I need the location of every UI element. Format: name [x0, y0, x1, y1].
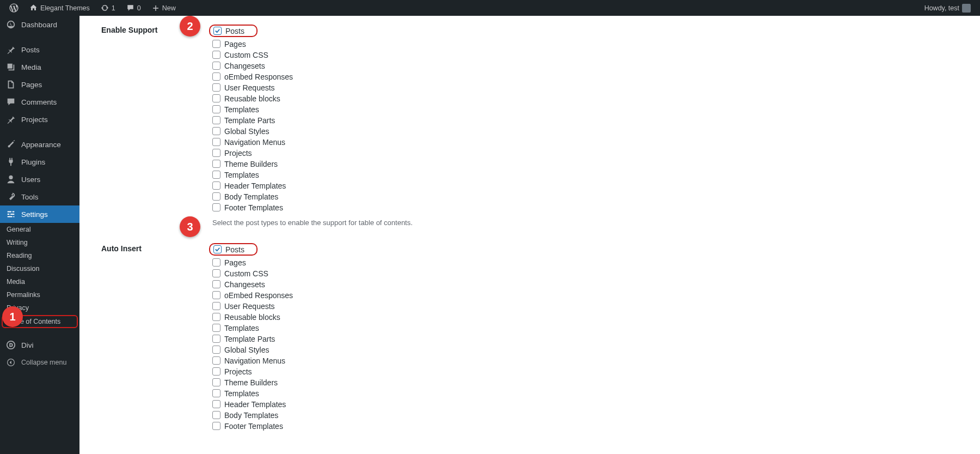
admin-sidebar: Dashboard Posts Media Pages Comments Pro… — [0, 16, 79, 454]
checkbox-header-tmpl[interactable] — [212, 181, 220, 190]
checkbox-footer-tmpl[interactable] — [212, 203, 220, 211]
sidebar-item-comments[interactable]: Comments — [0, 93, 79, 111]
checkbox-posts-ai[interactable] — [213, 245, 222, 253]
cb-label-posts: Posts — [225, 27, 244, 35]
subitem-media[interactable]: Media — [0, 275, 79, 288]
cb-label-body-tmpl: Body Templates — [224, 193, 278, 201]
cb-label-nav-menus-ai: Navigation Menus — [224, 357, 285, 365]
divi-icon — [5, 340, 16, 350]
checkbox-projects-ai[interactable] — [212, 367, 220, 376]
checkbox-reusable-ai[interactable] — [212, 313, 220, 321]
subitem-permalinks[interactable]: Permalinks — [0, 288, 79, 301]
updates-link[interactable]: 1 — [97, 4, 119, 12]
sidebar-item-tools[interactable]: Tools — [0, 188, 79, 205]
collapse-menu[interactable]: Collapse menu — [0, 354, 79, 371]
checkbox-global-styles[interactable] — [212, 127, 220, 135]
dashboard-icon — [5, 20, 16, 29]
avatar — [962, 4, 971, 13]
sidebar-item-divi[interactable]: Divi — [0, 336, 79, 354]
highlight-posts-ai: Posts — [209, 243, 258, 256]
checkbox-templates2[interactable] — [212, 171, 220, 179]
cb-label-projects-ai: Projects — [224, 368, 252, 376]
sidebar-item-dashboard[interactable]: Dashboard — [0, 16, 79, 33]
sidebar-item-posts[interactable]: Posts — [0, 41, 79, 58]
sidebar-label-settings: Settings — [21, 210, 48, 219]
checkbox-pages-ai[interactable] — [212, 258, 220, 267]
enable-support-desc: Select the post types to enable the supp… — [212, 219, 958, 227]
checkbox-changesets[interactable] — [212, 62, 220, 70]
checkbox-global-styles-ai[interactable] — [212, 346, 220, 354]
cb-label-user-requests-ai: User Requests — [224, 302, 275, 310]
sidebar-label-pages: Pages — [21, 81, 42, 89]
comments-link[interactable]: 0 — [122, 4, 145, 12]
checkbox-projects[interactable] — [212, 149, 220, 157]
new-link[interactable]: New — [148, 4, 180, 12]
sidebar-label-appearance: Appearance — [21, 141, 61, 149]
checkbox-template-parts-ai[interactable] — [212, 335, 220, 343]
site-name: Elegant Themes — [40, 4, 90, 12]
checkbox-theme-builders[interactable] — [212, 160, 220, 168]
cb-label-global-styles-ai: Global Styles — [224, 346, 269, 354]
cb-label-changesets: Changesets — [224, 62, 265, 70]
checkbox-oembed-ai[interactable] — [212, 291, 220, 299]
topbar-left: Elegant Themes 1 0 New — [5, 3, 180, 13]
checkbox-custom-css[interactable] — [212, 51, 220, 59]
cb-label-user-requests: User Requests — [224, 84, 275, 92]
checkbox-reusable[interactable] — [212, 94, 220, 102]
cb-label-projects: Projects — [224, 149, 252, 157]
sidebar-item-users[interactable]: Users — [0, 171, 79, 188]
checkbox-nav-menus-ai[interactable] — [212, 356, 220, 365]
checkbox-custom-css-ai[interactable] — [212, 269, 220, 277]
plus-icon — [152, 4, 160, 12]
subitem-writing[interactable]: Writing — [0, 236, 79, 249]
new-label: New — [162, 4, 176, 12]
wordpress-icon — [9, 3, 19, 13]
sidebar-label-tools: Tools — [21, 193, 39, 201]
enable-support-body: Posts Pages Custom CSS Changesets oEmbed… — [212, 23, 958, 227]
highlight-posts: Posts — [209, 25, 258, 37]
cb-label-pages: Pages — [224, 40, 246, 48]
cb-label-theme-builders: Theme Builders — [224, 160, 278, 168]
subitem-discussion[interactable]: Discussion — [0, 262, 79, 275]
wrench-icon — [5, 192, 16, 202]
cb-line-posts-ai: Posts — [212, 242, 958, 257]
subitem-general[interactable]: General — [0, 223, 79, 236]
checkbox-templates2-ai[interactable] — [212, 389, 220, 397]
checkbox-header-tmpl-ai[interactable] — [212, 400, 220, 408]
wp-logo[interactable] — [5, 3, 22, 13]
checkbox-changesets-ai[interactable] — [212, 280, 220, 288]
checkbox-templates[interactable] — [212, 105, 220, 113]
site-link[interactable]: Elegant Themes — [26, 4, 94, 12]
cb-label-templates-ai: Templates — [224, 324, 259, 332]
checkbox-nav-menus[interactable] — [212, 138, 220, 146]
sidebar-item-pages[interactable]: Pages — [0, 76, 79, 93]
cb-label-template-parts: Template Parts — [224, 117, 275, 124]
sidebar-item-appearance[interactable]: Appearance — [0, 136, 79, 153]
cb-label-footer-tmpl-ai: Footer Templates — [224, 422, 283, 430]
cb-label-oembed-ai: oEmbed Responses — [224, 292, 293, 299]
annotation-circle-3: 3 — [180, 216, 200, 237]
refresh-icon — [101, 4, 109, 12]
cb-label-footer-tmpl: Footer Templates — [224, 204, 283, 211]
checkbox-pages[interactable] — [212, 40, 220, 48]
checkbox-body-tmpl[interactable] — [212, 192, 220, 201]
sidebar-item-settings[interactable]: Settings — [0, 205, 79, 223]
subitem-reading[interactable]: Reading — [0, 249, 79, 262]
checkbox-footer-tmpl-ai[interactable] — [212, 422, 220, 430]
annotation-circle-1: 1 — [2, 306, 23, 327]
comments-icon — [5, 97, 16, 107]
sidebar-item-media[interactable]: Media — [0, 58, 79, 76]
checkbox-theme-builders-ai[interactable] — [212, 378, 220, 386]
checkbox-posts[interactable] — [213, 27, 222, 35]
checkbox-template-parts[interactable] — [212, 116, 220, 124]
cb-label-global-styles: Global Styles — [224, 128, 269, 135]
checkbox-templates-ai[interactable] — [212, 324, 220, 332]
checkbox-oembed[interactable] — [212, 72, 220, 81]
sidebar-item-projects[interactable]: Projects — [0, 111, 79, 128]
checkbox-user-requests-ai[interactable] — [212, 302, 220, 310]
label-auto-insert: Auto Insert — [101, 242, 212, 432]
howdy-link[interactable]: Howdy, test — [921, 4, 975, 13]
checkbox-user-requests[interactable] — [212, 83, 220, 92]
sidebar-item-plugins[interactable]: Plugins — [0, 153, 79, 171]
checkbox-body-tmpl-ai[interactable] — [212, 411, 220, 419]
